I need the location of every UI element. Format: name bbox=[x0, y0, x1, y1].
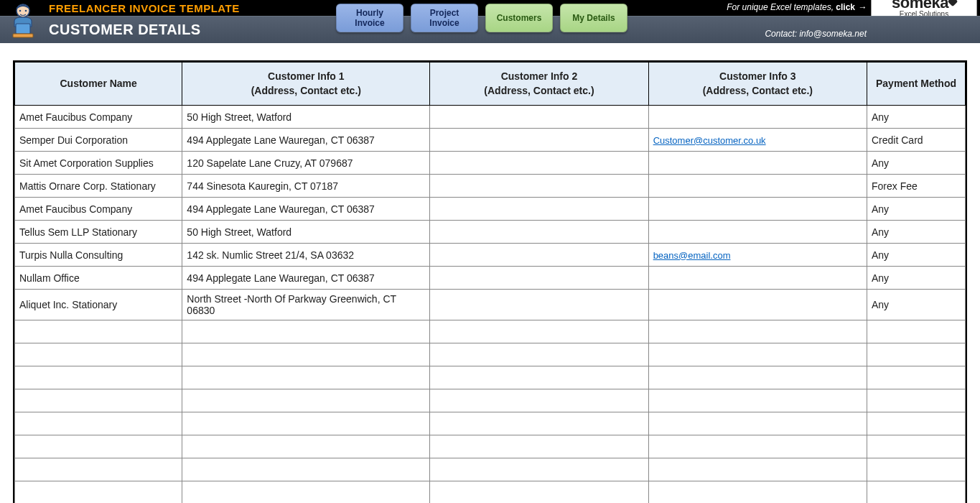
cell-info1[interactable] bbox=[182, 389, 430, 412]
promo-link[interactable]: For unique Excel templates, click→ bbox=[727, 2, 867, 12]
cell-info1[interactable] bbox=[182, 343, 430, 366]
cell-info3[interactable] bbox=[648, 290, 867, 320]
cell-payment[interactable] bbox=[867, 320, 966, 343]
cell-info1[interactable]: 50 High Street, Watford bbox=[182, 221, 430, 244]
cell-info3[interactable] bbox=[648, 320, 867, 343]
cell-info2[interactable] bbox=[430, 290, 648, 320]
cell-info1[interactable]: 120 Sapelate Lane Cruzy, AT 079687 bbox=[182, 152, 430, 175]
cell-info3[interactable] bbox=[648, 435, 867, 458]
cell-info1[interactable] bbox=[182, 435, 430, 458]
cell-info2[interactable] bbox=[430, 129, 648, 152]
cell-payment[interactable]: Credit Card bbox=[867, 129, 966, 152]
hourly-invoice-button[interactable]: Hourly Invoice bbox=[336, 4, 403, 32]
cell-payment[interactable]: Any bbox=[867, 198, 966, 221]
cell-info2[interactable] bbox=[430, 175, 648, 198]
email-link[interactable]: beans@email.com bbox=[653, 250, 731, 261]
cell-info2[interactable] bbox=[430, 221, 648, 244]
cell-name[interactable] bbox=[15, 412, 182, 435]
cell-info3[interactable] bbox=[648, 343, 867, 366]
cell-payment[interactable]: Any bbox=[867, 221, 966, 244]
cell-info3[interactable] bbox=[648, 152, 867, 175]
cell-payment[interactable] bbox=[867, 435, 966, 458]
cell-payment[interactable]: Any bbox=[867, 290, 966, 320]
cell-name[interactable]: Semper Dui Corporation bbox=[15, 129, 182, 152]
cell-payment[interactable] bbox=[867, 366, 966, 389]
cell-name[interactable]: Aliquet Inc. Stationary bbox=[15, 290, 182, 320]
cell-info2[interactable] bbox=[430, 152, 648, 175]
cell-info1[interactable]: 494 Applegate Lane Wauregan, CT 06387 bbox=[182, 267, 430, 290]
table-header-row: Customer Name Customer Info 1(Address, C… bbox=[15, 63, 966, 106]
cell-info1[interactable]: 494 Applegate Lane Wauregan, CT 06387 bbox=[182, 129, 430, 152]
cell-info2[interactable] bbox=[430, 320, 648, 343]
cell-name[interactable] bbox=[15, 320, 182, 343]
table-row: Aliquet Inc. StationaryNorth Street -Nor… bbox=[15, 290, 966, 320]
cell-info3[interactable] bbox=[648, 412, 867, 435]
cell-payment[interactable] bbox=[867, 458, 966, 481]
cell-info1[interactable]: 494 Applegate Lane Wauregan, CT 06387 bbox=[182, 198, 430, 221]
cell-payment[interactable]: Any bbox=[867, 106, 966, 129]
cell-name[interactable]: Tellus Sem LLP Stationary bbox=[15, 221, 182, 244]
cell-name[interactable] bbox=[15, 481, 182, 503]
cell-info3[interactable] bbox=[648, 106, 867, 129]
cell-payment[interactable] bbox=[867, 389, 966, 412]
cell-payment[interactable]: Any bbox=[867, 267, 966, 290]
cell-name[interactable] bbox=[15, 343, 182, 366]
cell-info1[interactable] bbox=[182, 481, 430, 503]
cell-info2[interactable] bbox=[430, 412, 648, 435]
cell-name[interactable]: Mattis Ornare Corp. Stationary bbox=[15, 175, 182, 198]
customers-button[interactable]: Customers bbox=[485, 4, 553, 32]
cell-info2[interactable] bbox=[430, 435, 648, 458]
cell-name[interactable]: Sit Amet Corporation Supplies bbox=[15, 152, 182, 175]
cell-name[interactable] bbox=[15, 435, 182, 458]
cell-info1[interactable] bbox=[182, 412, 430, 435]
cell-name[interactable] bbox=[15, 389, 182, 412]
cell-info3[interactable] bbox=[648, 366, 867, 389]
cell-info3[interactable] bbox=[648, 458, 867, 481]
cell-info1[interactable]: North Street -North Of Parkway Greenwich… bbox=[182, 290, 430, 320]
cell-info3[interactable]: beans@email.com bbox=[648, 244, 867, 267]
cell-payment[interactable]: Any bbox=[867, 244, 966, 267]
cell-info2[interactable] bbox=[430, 198, 648, 221]
cell-info1[interactable]: 142 sk. Numlic Street 21/4, SA 03632 bbox=[182, 244, 430, 267]
table-row: Amet Faucibus Company494 Applegate Lane … bbox=[15, 198, 966, 221]
cell-info2[interactable] bbox=[430, 244, 648, 267]
cell-payment[interactable] bbox=[867, 481, 966, 503]
cell-info3[interactable] bbox=[648, 198, 867, 221]
email-link[interactable]: Customer@customer.co.uk bbox=[653, 135, 766, 146]
cell-name[interactable]: Nullam Office bbox=[15, 267, 182, 290]
cell-info2[interactable] bbox=[430, 389, 648, 412]
nav-label: Customers bbox=[497, 13, 542, 23]
cell-info3[interactable] bbox=[648, 175, 867, 198]
col-header-name: Customer Name bbox=[15, 63, 182, 106]
cell-info2[interactable] bbox=[430, 458, 648, 481]
table-row bbox=[15, 435, 966, 458]
cell-info1[interactable] bbox=[182, 366, 430, 389]
cell-info3[interactable] bbox=[648, 389, 867, 412]
contact-email[interactable]: Contact: info@someka.net bbox=[765, 29, 867, 39]
cell-info3[interactable]: Customer@customer.co.uk bbox=[648, 129, 867, 152]
cell-info1[interactable] bbox=[182, 320, 430, 343]
cell-info3[interactable] bbox=[648, 221, 867, 244]
cell-info1[interactable]: 744 Sinesota Kauregin, CT 07187 bbox=[182, 175, 430, 198]
cell-payment[interactable]: Any bbox=[867, 152, 966, 175]
table-row bbox=[15, 366, 966, 389]
cell-info2[interactable] bbox=[430, 481, 648, 503]
cell-name[interactable]: Amet Faucibus Company bbox=[15, 198, 182, 221]
project-invoice-button[interactable]: Project Invoice bbox=[411, 4, 478, 32]
cell-payment[interactable]: Forex Fee bbox=[867, 175, 966, 198]
cell-name[interactable] bbox=[15, 458, 182, 481]
cell-name[interactable] bbox=[15, 366, 182, 389]
my-details-button[interactable]: My Details bbox=[560, 4, 627, 32]
cell-name[interactable]: Amet Faucibus Company bbox=[15, 106, 182, 129]
cell-payment[interactable] bbox=[867, 412, 966, 435]
cell-info2[interactable] bbox=[430, 267, 648, 290]
cell-info3[interactable] bbox=[648, 481, 867, 503]
cell-info1[interactable]: 50 High Street, Watford bbox=[182, 106, 430, 129]
cell-payment[interactable] bbox=[867, 343, 966, 366]
cell-info2[interactable] bbox=[430, 106, 648, 129]
cell-info3[interactable] bbox=[648, 267, 867, 290]
cell-name[interactable]: Turpis Nulla Consulting bbox=[15, 244, 182, 267]
cell-info2[interactable] bbox=[430, 343, 648, 366]
cell-info1[interactable] bbox=[182, 458, 430, 481]
cell-info2[interactable] bbox=[430, 366, 648, 389]
